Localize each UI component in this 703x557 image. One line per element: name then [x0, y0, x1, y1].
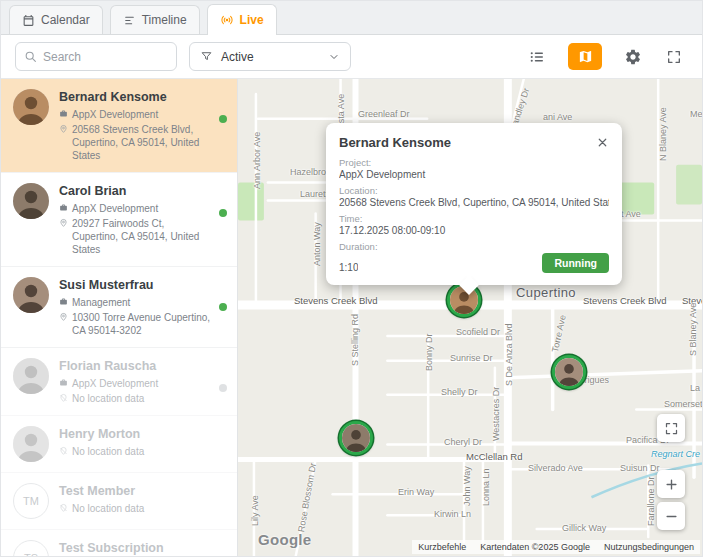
tab-timeline[interactable]: Timeline: [110, 5, 200, 34]
member-map-marker[interactable]: [552, 355, 586, 389]
location-off-icon: [59, 503, 68, 513]
member-project-line: AppX Development: [59, 202, 211, 215]
popup-duration-label: Duration:: [339, 241, 609, 252]
location-pin-icon: [59, 218, 68, 228]
filter-value: Active: [221, 50, 254, 64]
popup-project-label: Project:: [339, 157, 609, 168]
zoom-out-button[interactable]: [657, 502, 685, 530]
member-location: No location data: [72, 445, 144, 458]
member-avatar: TS: [13, 540, 49, 556]
member-row[interactable]: Carol Brian AppX Development 20927 Fairw…: [1, 173, 237, 267]
google-logo[interactable]: Google: [258, 531, 311, 548]
location-pin-icon: [59, 312, 68, 322]
terms-of-use-link[interactable]: Nutzungsbedingungen: [604, 542, 694, 552]
map-view-button[interactable]: [568, 43, 602, 70]
timeline-icon: [123, 14, 136, 27]
tab-live[interactable]: Live: [207, 4, 277, 35]
member-row[interactable]: Florian Rauscha AppX Development No loca…: [1, 348, 237, 416]
popup-close-button[interactable]: [594, 134, 611, 151]
search-input[interactable]: [43, 50, 168, 64]
member-name: Test Member: [59, 483, 144, 500]
member-row[interactable]: TM Test Member No location data: [1, 473, 237, 530]
filter-funnel-icon: [200, 50, 213, 63]
search-box: [15, 42, 177, 71]
member-avatar: TM: [13, 483, 49, 519]
map-canvas[interactable]: Greenleaf DrFlora Vista AveAnn Arbor Ave…: [238, 79, 702, 556]
expand-map-button[interactable]: [657, 414, 685, 442]
member-project-line: AppX Development: [59, 108, 211, 121]
member-name: Bernard Kensome: [59, 89, 211, 106]
map-data-text: Kartendaten ©2025 Google: [480, 542, 590, 552]
member-avatar: [13, 89, 49, 125]
member-name: Test Subscription: [59, 540, 164, 556]
settings-button[interactable]: [622, 46, 644, 68]
member-project: AppX Development: [72, 202, 158, 215]
live-icon: [220, 13, 234, 27]
member-list: Bernard Kensome AppX Development 20568 S…: [1, 79, 238, 556]
popup-time-label: Time:: [339, 213, 609, 224]
member-avatar: [13, 426, 49, 462]
member-location: No location data: [72, 502, 144, 515]
member-location-line: No location data: [59, 392, 158, 405]
member-row[interactable]: Henry Morton No location data: [1, 416, 237, 473]
member-row[interactable]: Susi Musterfrau Management 10300 Torre A…: [1, 267, 237, 348]
member-location: 20568 Stevens Creek Blvd, Cupertino, CA …: [72, 123, 211, 162]
member-project: Management: [72, 296, 130, 309]
member-location-line: No location data: [59, 502, 144, 515]
member-name: Susi Musterfrau: [59, 277, 211, 294]
map-info-popup: Bernard Kensome Project: AppX Developmen…: [326, 123, 622, 285]
popup-duration-value: 1:10: [339, 262, 358, 273]
project-icon: [59, 203, 68, 212]
status-dot: [219, 303, 227, 311]
member-name: Henry Morton: [59, 426, 144, 443]
location-off-icon: [59, 446, 68, 456]
calendar-icon: [22, 14, 35, 27]
popup-time-value: 17.12.2025 08:00-09:10: [339, 225, 609, 236]
status-filter-select[interactable]: Active: [189, 42, 351, 71]
list-view-button[interactable]: [526, 46, 548, 68]
chevron-down-icon: [328, 51, 340, 63]
tab-label: Calendar: [41, 13, 90, 27]
status-dot: [219, 384, 227, 392]
status-dot: [219, 209, 227, 217]
zoom-in-button[interactable]: [657, 470, 685, 498]
member-avatar: [13, 183, 49, 219]
member-location-line: 20927 Fairwoods Ct, Cupertino, CA 95014,…: [59, 217, 211, 256]
popup-project-value: AppX Development: [339, 169, 609, 180]
member-name: Carol Brian: [59, 183, 211, 200]
tab-label: Timeline: [142, 13, 187, 27]
fullscreen-button[interactable]: [664, 47, 684, 67]
running-status-badge: Running: [542, 253, 609, 273]
project-icon: [59, 109, 68, 118]
popup-location-label: Location:: [339, 185, 609, 196]
status-dot: [219, 115, 227, 123]
member-avatar: [13, 358, 49, 394]
member-map-marker[interactable]: [339, 421, 373, 455]
keyboard-shortcuts-link[interactable]: Kurzbefehle: [418, 542, 466, 552]
member-project-line: AppX Development: [59, 377, 158, 390]
member-project-line: Management: [59, 296, 211, 309]
member-location-line: 20568 Stevens Creek Blvd, Cupertino, CA …: [59, 123, 211, 162]
map-attribution: Kurzbefehle Kartendaten ©2025 Google Nut…: [412, 540, 700, 554]
tab-bar: Calendar Timeline Live: [1, 1, 702, 35]
search-icon: [24, 50, 37, 63]
project-icon: [59, 378, 68, 387]
member-location: No location data: [72, 392, 144, 405]
main-content: Bernard Kensome AppX Development 20568 S…: [1, 79, 702, 556]
member-avatar: [13, 277, 49, 313]
tab-calendar[interactable]: Calendar: [9, 5, 103, 34]
location-pin-icon: [59, 124, 68, 134]
member-location-line: No location data: [59, 445, 144, 458]
project-icon: [59, 297, 68, 306]
member-location-line: 10300 Torre Avenue Cupertino, CA 95014-3…: [59, 311, 211, 337]
member-name: Florian Rauscha: [59, 358, 158, 375]
tab-label: Live: [240, 13, 264, 27]
location-off-icon: [59, 393, 68, 403]
toolbar: Active: [1, 35, 702, 79]
member-row[interactable]: TS Test Subscription No location data: [1, 530, 237, 556]
popup-location-value: 20568 Stevens Creek Blvd, Cupertino, CA …: [339, 197, 609, 208]
toolbar-right-actions: [526, 43, 684, 70]
member-location: 10300 Torre Avenue Cupertino, CA 95014-3…: [72, 311, 211, 337]
app-window: Calendar Timeline Live Active: [0, 0, 703, 557]
member-row[interactable]: Bernard Kensome AppX Development 20568 S…: [1, 79, 237, 173]
